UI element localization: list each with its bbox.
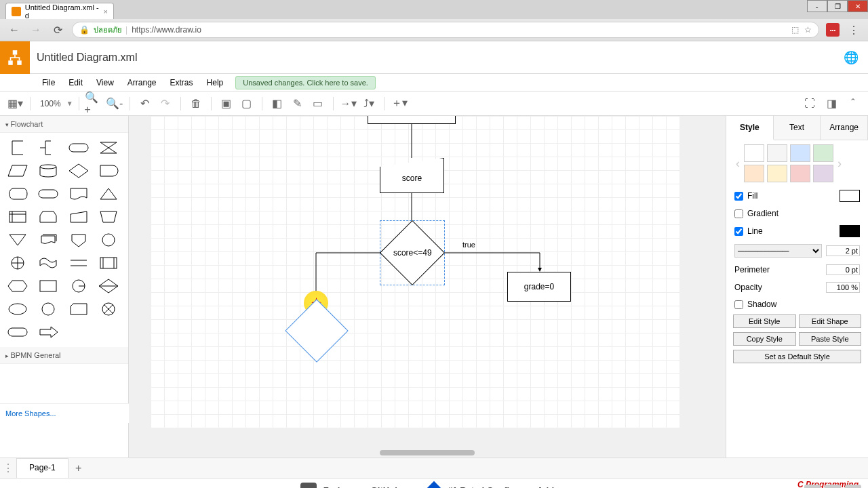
color-swatch[interactable] <box>790 144 810 162</box>
document-title[interactable]: Untitled Diagram.xml <box>37 52 137 64</box>
fill-checkbox[interactable] <box>734 192 743 201</box>
color-swatch[interactable] <box>813 165 833 182</box>
browser-tab[interactable]: Untitled Diagram.xml - d × <box>5 3 114 19</box>
shape-internal-storage[interactable] <box>5 207 30 226</box>
line-style-select[interactable]: ──────── <box>734 244 822 258</box>
waypoint-icon[interactable]: ⤴▾ <box>359 94 378 113</box>
shape-start[interactable] <box>5 300 30 319</box>
shape-database[interactable] <box>36 161 60 180</box>
address-bar[interactable]: 🔒 ปลอดภัย | https://www.draw.io ⬚ ☆ <box>72 22 819 38</box>
color-swatch[interactable] <box>767 165 787 182</box>
shape-document[interactable] <box>66 184 91 203</box>
shape-collate[interactable] <box>96 138 121 157</box>
tab-arrange[interactable]: Arrange <box>821 116 868 140</box>
shape-predefined[interactable] <box>96 253 121 272</box>
zoom-select[interactable]: 100% <box>36 98 65 110</box>
shape-manual-input[interactable] <box>66 207 91 226</box>
unsaved-changes-banner[interactable]: Unsaved changes. Click here to save. <box>235 76 376 89</box>
more-shapes-link[interactable]: More Shapes... <box>0 403 129 423</box>
fullscreen-icon[interactable]: ⛶ <box>800 94 819 113</box>
menu-help[interactable]: Help <box>201 75 229 90</box>
window-minimize[interactable]: ﹘ <box>807 0 827 12</box>
shape-parallel[interactable] <box>66 253 91 272</box>
shape-card[interactable] <box>66 300 91 319</box>
menu-extras[interactable]: Extras <box>165 75 199 90</box>
node-new-diamond[interactable] <box>285 299 348 362</box>
footer-prev-icon[interactable] <box>804 485 821 488</box>
paste-style-button[interactable]: Paste Style <box>799 332 862 346</box>
node-grade[interactable]: grade=0 <box>507 272 571 302</box>
node-top-rect[interactable] <box>368 116 456 124</box>
shape-merge[interactable] <box>5 230 30 249</box>
zoom-in-icon[interactable]: 🔍+ <box>85 94 104 113</box>
palette-flowchart-header[interactable]: Flowchart <box>0 116 128 133</box>
perimeter-input[interactable] <box>826 264 860 275</box>
line-color-box[interactable] <box>840 225 860 237</box>
shape-sort[interactable] <box>96 277 121 296</box>
menu-file[interactable]: File <box>37 75 60 90</box>
shape-magnetic-disk[interactable] <box>66 277 91 296</box>
shape-connector[interactable] <box>96 230 121 249</box>
shape-multi-doc[interactable] <box>36 230 60 249</box>
window-restore[interactable]: ❐ <box>827 0 848 12</box>
to-front-icon[interactable]: ▣ <box>217 94 236 113</box>
copy-style-button[interactable]: Copy Style <box>733 332 796 346</box>
line-width-input[interactable] <box>826 245 860 256</box>
globe-icon[interactable]: 🌐 <box>844 50 868 65</box>
bookmark-icon[interactable]: ☆ <box>804 25 812 35</box>
menu-edit[interactable]: Edit <box>63 75 88 90</box>
tab-close-icon[interactable]: × <box>104 7 108 16</box>
edit-style-button[interactable]: Edit Style <box>733 314 796 328</box>
opacity-input[interactable] <box>826 282 860 293</box>
back-button[interactable]: ← <box>7 22 22 37</box>
tab-style[interactable]: Style <box>726 116 774 140</box>
add-page-button[interactable]: + <box>68 458 89 478</box>
format-panel-icon[interactable]: ◨ <box>822 94 841 113</box>
color-swatch[interactable] <box>767 144 787 162</box>
swatch-next-icon[interactable]: › <box>836 157 843 171</box>
shape-arrow[interactable] <box>36 323 60 342</box>
to-back-icon[interactable]: ▢ <box>237 94 256 113</box>
shape-data[interactable] <box>5 161 30 180</box>
page-menu-icon[interactable]: ⋮ <box>0 458 16 478</box>
line-checkbox[interactable] <box>734 227 743 236</box>
shape-tape[interactable] <box>36 253 60 272</box>
color-swatch[interactable] <box>744 144 764 162</box>
connection-icon[interactable]: →▾ <box>339 94 358 113</box>
confluence-link[interactable]: #1 Rated Confluence Add-on <box>427 484 568 489</box>
shape-or[interactable] <box>5 253 30 272</box>
page-tab-1[interactable]: Page-1 <box>16 458 68 478</box>
github-link[interactable]: Fork us on GitHub <box>300 483 400 489</box>
shape-delay[interactable] <box>96 161 121 180</box>
shape-process[interactable] <box>36 277 60 296</box>
shadow-checkbox[interactable] <box>734 300 743 309</box>
swatch-prev-icon[interactable]: ‹ <box>734 157 741 171</box>
shape-display[interactable] <box>5 184 30 203</box>
reload-button[interactable]: ⟳ <box>50 22 65 37</box>
extension-icon[interactable]: ••• <box>826 23 840 37</box>
shape-terminator3[interactable] <box>5 323 30 342</box>
canvas-h-scrollbar[interactable] <box>129 448 726 458</box>
color-swatch[interactable] <box>813 144 833 162</box>
color-swatch[interactable] <box>744 165 764 182</box>
shape-preparation[interactable] <box>5 277 30 296</box>
shape-summing[interactable] <box>96 300 121 319</box>
menu-view[interactable]: View <box>91 75 119 90</box>
canvas[interactable]: score score<=49 true grade=0 ✦ <box>151 116 679 428</box>
insert-icon[interactable]: ＋▾ <box>390 94 409 113</box>
shape-stored-data[interactable] <box>36 300 60 319</box>
shape-decision[interactable] <box>66 161 91 180</box>
shape-annotation[interactable] <box>5 138 30 157</box>
edge-true-label[interactable]: true <box>462 241 475 249</box>
shadow-icon[interactable]: ▭ <box>309 94 328 113</box>
fill-color-icon[interactable]: ◧ <box>268 94 287 113</box>
set-default-style-button[interactable]: Set as Default Style <box>733 350 861 363</box>
palette-bpmn-header[interactable]: BPMN General <box>0 347 128 364</box>
footer-next-icon[interactable] <box>825 485 841 488</box>
undo-icon[interactable]: ↶ <box>136 94 155 113</box>
redo-icon[interactable]: ↷ <box>156 94 175 113</box>
shape-terminator2[interactable] <box>36 184 60 203</box>
translate-icon[interactable]: ⬚ <box>791 25 799 35</box>
tab-text[interactable]: Text <box>774 116 821 140</box>
line-color-icon[interactable]: ✎ <box>288 94 307 113</box>
